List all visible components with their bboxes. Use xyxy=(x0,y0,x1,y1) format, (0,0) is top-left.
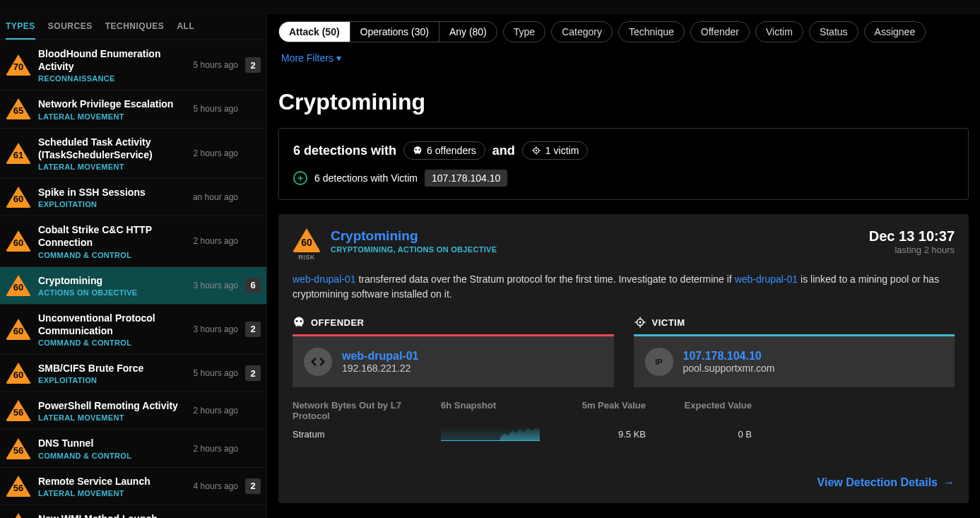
filter-category[interactable]: Category xyxy=(551,21,613,42)
filter-attack[interactable]: Attack (50) xyxy=(279,22,350,42)
victims-pill[interactable]: 1 victim xyxy=(522,141,588,160)
detection-time: an hour ago xyxy=(193,192,238,202)
risk-badge: 60 RISK xyxy=(293,228,321,261)
risk-score: 60 xyxy=(6,194,31,204)
warning-triangle-icon: 60 xyxy=(293,228,321,252)
detection-item[interactable]: 60Unconventional Protocol CommunicationC… xyxy=(0,305,266,355)
card-title[interactable]: Cryptomining xyxy=(331,228,497,244)
filter-operations[interactable]: Operations (30) xyxy=(350,22,439,42)
risk-label: RISK xyxy=(298,254,315,261)
warning-triangle-icon: 60 xyxy=(6,230,31,252)
detection-list[interactable]: 70BloodHound Enumeration ActivityRECONNA… xyxy=(0,40,266,518)
svg-point-7 xyxy=(639,322,641,323)
detail-card: 60 RISK Cryptomining CRYPTOMINING, ACTIO… xyxy=(278,214,969,503)
more-filters[interactable]: More Filters ▾ xyxy=(278,48,344,68)
timestamp: Dec 13 10:37 lasting 2 hours xyxy=(869,228,955,255)
warning-triangle-icon: 56 xyxy=(6,400,31,421)
detection-item[interactable]: 56PowerShell Remoting ActivityLATERAL MO… xyxy=(0,392,266,430)
detection-item[interactable]: 61Scheduled Task Activity (ITaskSchedule… xyxy=(0,129,266,179)
host-link-2[interactable]: web-drupal-01 xyxy=(735,273,798,285)
ip-icon: IP xyxy=(645,348,673,376)
filter-bar: Attack (50) Operations (30) Any (80) Typ… xyxy=(278,14,969,75)
risk-badge: 70 xyxy=(6,54,31,76)
detection-name: New WMI Method Launch xyxy=(38,512,187,518)
detection-name: Cryptomining xyxy=(38,274,187,287)
risk-score: 60 xyxy=(293,237,321,248)
tab-sources[interactable]: SOURCES xyxy=(48,21,93,40)
caret-down-icon: ▾ xyxy=(336,52,341,64)
detection-time: 3 hours ago xyxy=(194,324,238,334)
tab-all[interactable]: ALL xyxy=(177,21,194,40)
warning-triangle-icon: 60 xyxy=(6,319,31,340)
tab-types[interactable]: TYPES xyxy=(6,21,35,40)
detection-item[interactable]: 65Network Privilege EscalationLATERAL MO… xyxy=(0,90,266,128)
risk-badge: 56 xyxy=(6,437,31,460)
warning-triangle-icon: 56 xyxy=(6,513,31,518)
sidebar-tabs: TYPES SOURCES TECHNIQUES ALL xyxy=(0,14,266,40)
detection-item[interactable]: 60Cobalt Strike C&C HTTP ConnectionCOMMA… xyxy=(0,216,266,266)
detection-title: Scheduled Task Activity (ITaskSchedulerS… xyxy=(38,136,187,171)
content-area: Attack (50) Operations (30) Any (80) Typ… xyxy=(267,14,980,518)
detection-category: ACTIONS ON OBJECTIVE xyxy=(38,288,187,297)
offender-name[interactable]: web-drupal-01 xyxy=(342,350,418,363)
detection-item[interactable]: 60SMB/CIFS Brute ForceEXPLOITATION5 hour… xyxy=(0,355,266,392)
add-filter-icon[interactable]: + xyxy=(293,171,307,185)
detection-name: Unconventional Protocol Communication xyxy=(38,312,187,337)
warning-triangle-icon: 60 xyxy=(6,187,31,208)
summary-box: 6 detections with 6 offenders and 1 vict… xyxy=(278,128,969,200)
detection-time: 4 hours ago xyxy=(194,481,238,491)
detection-item[interactable]: 70BloodHound Enumeration ActivityRECONNA… xyxy=(0,40,266,90)
detection-title: Spike in SSH SessionsEXPLOITATION xyxy=(38,186,186,208)
detection-name: Spike in SSH Sessions xyxy=(38,186,186,199)
summary-prefix: 6 detections with xyxy=(293,143,396,158)
sidebar: TYPES SOURCES TECHNIQUES ALL 70BloodHoun… xyxy=(0,14,267,518)
skull-icon xyxy=(413,146,423,155)
detection-item[interactable]: 56DNS TunnelCOMMAND & CONTROL2 hours ago xyxy=(0,430,266,467)
metrics-row: Stratum 9.5 KB 0 B xyxy=(293,427,955,441)
victim-label: VICTIM xyxy=(652,317,685,328)
filter-status[interactable]: Status xyxy=(809,21,858,42)
risk-score: 60 xyxy=(6,237,31,248)
detection-item[interactable]: 56Remote Service LaunchLATERAL MOVEMENT4… xyxy=(0,468,266,505)
tab-techniques[interactable]: TECHNIQUES xyxy=(105,21,165,40)
view-details-link[interactable]: View Detection Details → xyxy=(817,476,955,489)
detection-time: 5 hours ago xyxy=(194,368,238,378)
filter-group: Attack (50) Operations (30) Any (80) xyxy=(278,21,497,42)
risk-badge: 56 xyxy=(6,399,31,422)
filter-type[interactable]: Type xyxy=(503,21,545,42)
victim-name[interactable]: 107.178.104.10 xyxy=(683,350,775,363)
filter-offender[interactable]: Offender xyxy=(690,21,750,42)
risk-badge: 56 xyxy=(6,475,31,498)
risk-badge: 56 xyxy=(6,512,31,518)
victims-count: 1 victim xyxy=(545,145,579,156)
summary-sub-text: 6 detections with Victim xyxy=(314,172,418,184)
filter-technique[interactable]: Technique xyxy=(618,21,685,42)
detection-category: RECONNAISSANCE xyxy=(38,74,187,83)
card-description: web-drupal-01 transferred data over the … xyxy=(293,272,955,302)
filter-victim[interactable]: Victim xyxy=(755,21,803,42)
detection-time: 2 hours ago xyxy=(194,148,238,158)
filter-assignee[interactable]: Assignee xyxy=(864,21,926,42)
warning-triangle-icon: 56 xyxy=(6,476,31,497)
detection-name: SMB/CIFS Brute Force xyxy=(38,362,187,375)
expected-value: 0 B xyxy=(653,429,752,440)
detection-category: EXPLOITATION xyxy=(38,200,186,208)
detection-name: Network Privilege Escalation xyxy=(38,98,187,110)
host-link-1[interactable]: web-drupal-01 xyxy=(293,273,356,285)
detection-category: LATERAL MOVEMENT xyxy=(38,163,187,171)
risk-badge: 65 xyxy=(6,98,31,120)
detection-item[interactable]: 60Spike in SSH SessionsEXPLOITATIONan ho… xyxy=(0,179,266,216)
filter-any[interactable]: Any (80) xyxy=(439,22,497,42)
victim-box: VICTIM IP 107.178.104.10 pool.supportxmr… xyxy=(634,316,955,387)
code-icon xyxy=(304,348,332,376)
risk-badge: 60 xyxy=(6,230,31,252)
detection-title: PowerShell Remoting ActivityLATERAL MOVE… xyxy=(38,399,187,422)
target-icon xyxy=(531,146,541,155)
offenders-pill[interactable]: 6 offenders xyxy=(403,141,485,160)
detection-title: DNS TunnelCOMMAND & CONTROL xyxy=(38,437,187,459)
detection-count: 2 xyxy=(245,478,261,494)
detection-item[interactable]: 56New WMI Method LaunchLATERAL MOVEMENT5… xyxy=(0,505,266,518)
victim-ip-chip[interactable]: 107.178.104.10 xyxy=(425,170,507,187)
warning-triangle-icon: 65 xyxy=(6,98,31,119)
detection-item[interactable]: 60CryptominingACTIONS ON OBJECTIVE3 hour… xyxy=(0,267,266,305)
